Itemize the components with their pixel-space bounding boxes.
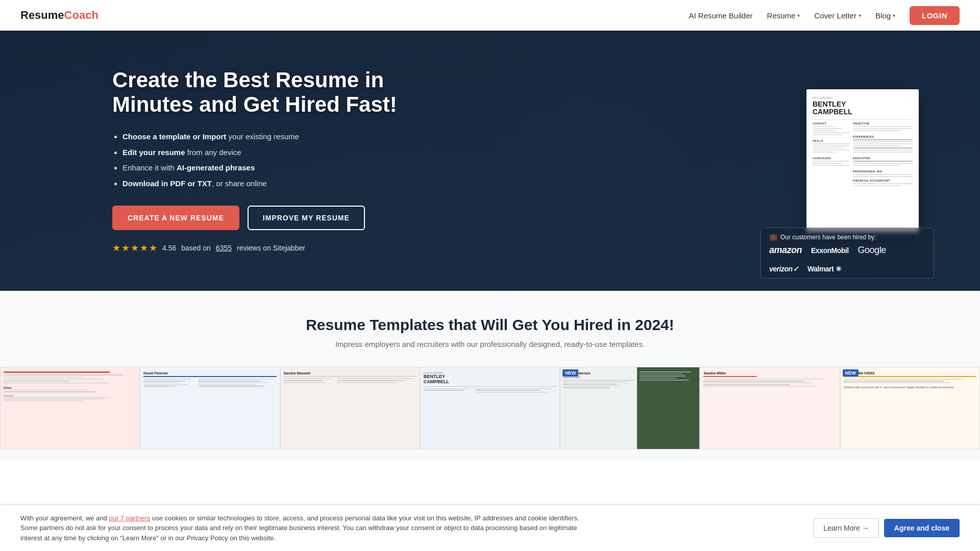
rating-stars: ★ ★ ★ ★ ★ — [112, 242, 157, 254]
hero-bullets: Choose a template or Import your existin… — [112, 131, 439, 189]
resume-card-label: ACCOUNTANT — [813, 96, 913, 99]
rating-score: 4.56 — [162, 244, 176, 252]
templates-section-subtitle: Impress employers and recruiters with ou… — [0, 340, 980, 348]
chevron-down-icon: ▾ — [859, 13, 861, 18]
logo[interactable]: ResumeCoach — [20, 9, 99, 22]
template-badge-new: NEW — [562, 369, 578, 377]
template-item[interactable]: David Fletcher — [140, 367, 280, 449]
templates-section: Resume Templates that Will Get You Hired… — [0, 291, 980, 460]
navbar: ResumeCoach AI Resume Builder Resume ▾ C… — [0, 0, 980, 31]
star-4: ★ — [140, 242, 148, 254]
verizon-logo: verizon✓ — [769, 265, 798, 273]
template-item[interactable]: ACCOUNTANT BENTLEYCAMPBELL — [420, 367, 560, 449]
hero-actions: CREATE A NEW RESUME IMPROVE MY RESUME — [112, 206, 439, 230]
nav-link-resume[interactable]: Resume ▾ — [767, 11, 800, 20]
bullet-2: Edit your resume from any device — [122, 147, 439, 159]
resume-card: ACCOUNTANT BENTLEYCAMPBELL CONTACT SKILL… — [806, 89, 919, 232]
amazon-logo: amazon — [769, 245, 802, 256]
company-logos: amazon ExxonMobil Google verizon✓ Walmar… — [769, 245, 912, 273]
templates-carousel: Noboa Developer: David Fletcher — [0, 367, 980, 460]
nav-link-ai-builder[interactable]: AI Resume Builder — [689, 11, 753, 20]
template-item[interactable]: NEW Chloe Anderson Event Manager — [560, 367, 700, 449]
chevron-down-icon: ▾ — [797, 13, 800, 18]
nav-link-cover-letter[interactable]: Cover Letter ▾ — [814, 11, 861, 20]
star-2: ★ — [121, 242, 130, 254]
star-3: ★ — [131, 242, 139, 254]
hero-section: Create the Best Resume in Minutes and Ge… — [0, 31, 980, 291]
hero-content: Create the Best Resume in Minutes and Ge… — [112, 53, 439, 269]
google-logo: Google — [858, 245, 886, 256]
template-item[interactable]: Sandra Miller — [700, 367, 840, 449]
hired-by-title: 💼 Our customers have been hired by: — [769, 233, 925, 241]
create-resume-button[interactable]: CREATE A NEW RESUME — [112, 206, 239, 230]
resume-card-grid: CONTACT SKILLS LANGUAGES — [813, 122, 913, 187]
template-item[interactable]: Sandra Maxwell — [280, 367, 420, 449]
nav-link-blog[interactable]: Blog ▾ — [875, 11, 895, 20]
templates-section-title: Resume Templates that Will Get You Hired… — [0, 316, 980, 334]
resume-card-wrapper: ACCOUNTANT BENTLEYCAMPBELL CONTACT SKILL… — [806, 89, 919, 232]
logo-coach: Coach — [64, 9, 99, 22]
briefcase-icon: 💼 — [769, 233, 777, 241]
logo-resume: Resume — [20, 9, 64, 22]
bullet-1: Choose a template or Import your existin… — [122, 131, 439, 143]
resume-col-left: CONTACT SKILLS LANGUAGES — [813, 122, 850, 187]
template-item[interactable]: NEW JONATHAN IVERS Certified public acco… — [840, 367, 980, 449]
hired-by-box: 💼 Our customers have been hired by: amaz… — [761, 228, 934, 279]
hero-title: Create the Best Resume in Minutes and Ge… — [112, 68, 439, 117]
exxonmobil-logo: ExxonMobil — [811, 246, 849, 255]
hero-rating: ★ ★ ★ ★ ★ 4.56 based on 6355 reviews on … — [112, 242, 439, 254]
resume-card-name: BENTLEYCAMPBELL — [813, 101, 913, 116]
star-1: ★ — [112, 242, 120, 254]
rating-count-link[interactable]: 6355 — [216, 244, 232, 252]
star-5: ★ — [149, 242, 157, 254]
bullet-3: Enhance it with AI-generated phrases — [122, 162, 439, 174]
walmart-logo: Walmart ✳ — [807, 265, 841, 273]
chevron-down-icon: ▾ — [893, 13, 895, 18]
resume-col-right: OBJECTIVE EXPERIENCES EDUCATION — [853, 122, 913, 187]
rating-site: reviews on Sitejabber — [237, 244, 305, 252]
nav-links: AI Resume Builder Resume ▾ Cover Letter … — [689, 6, 960, 25]
rating-based: based on — [181, 244, 211, 252]
login-button[interactable]: LOGIN — [910, 6, 960, 25]
improve-resume-button[interactable]: IMPROVE MY RESUME — [248, 206, 365, 230]
template-item[interactable]: Noboa Developer: — [0, 367, 140, 449]
template-badge-new: NEW — [843, 369, 859, 377]
bullet-4: Download in PDF or TXT, or share online — [122, 178, 439, 190]
